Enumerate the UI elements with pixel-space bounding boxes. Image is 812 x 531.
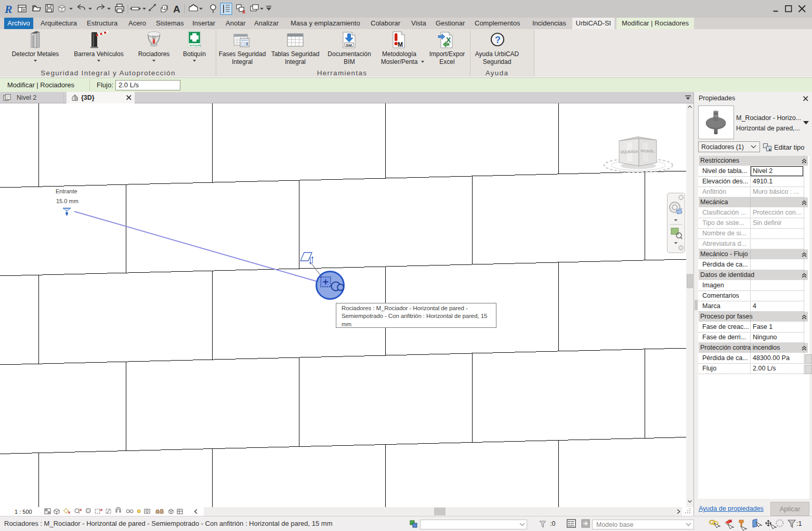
svg-text:x: x	[242, 8, 246, 15]
svg-text:FRONTA...: FRONTA...	[640, 149, 656, 153]
svg-text:✕: ✕	[100, 508, 103, 512]
svg-text:✕: ✕	[729, 519, 733, 524]
svg-text:M: M	[398, 41, 403, 48]
svg-text:BOTIQUÍN: BOTIQUÍN	[190, 44, 201, 47]
svg-text:Entrante: Entrante	[56, 188, 77, 194]
svg-text:✕: ✕	[68, 511, 71, 514]
svg-text:R: R	[4, 3, 12, 16]
svg-text:A: A	[173, 4, 180, 15]
svg-text:BIM: BIM	[346, 43, 352, 47]
svg-text:X: X	[446, 36, 451, 44]
svg-text:15.0 mm: 15.0 mm	[56, 198, 78, 204]
svg-text:?: ?	[495, 35, 501, 45]
svg-text:✕: ✕	[79, 508, 82, 512]
svg-text:1: 1	[164, 6, 166, 10]
